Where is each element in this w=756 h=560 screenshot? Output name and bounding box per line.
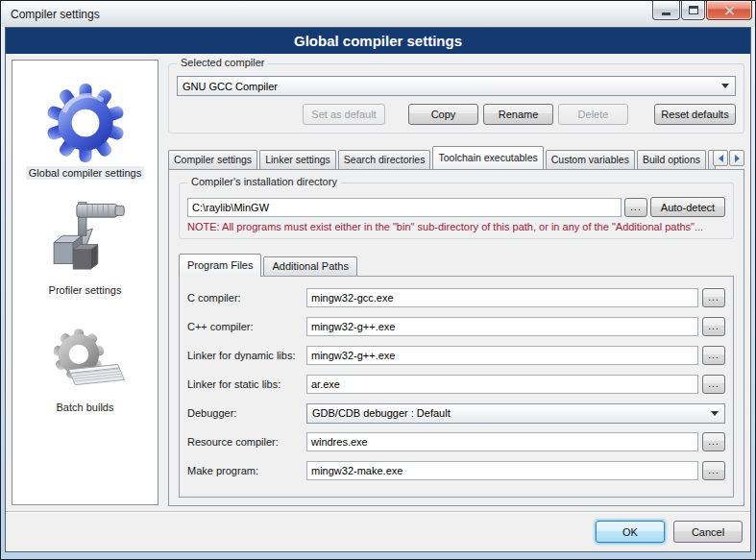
field-label: C++ compiler: [187, 321, 306, 332]
subtab-additional-paths[interactable]: Additional Paths [263, 256, 357, 276]
gray-gear-papers-icon [41, 326, 130, 397]
minimize-button[interactable] [652, 1, 680, 20]
rename-button[interactable]: Rename [483, 104, 553, 125]
field-label: Debugger: [187, 407, 306, 419]
dynamic-linker-browse-button[interactable]: ... [702, 346, 725, 365]
field-label: C compiler: [187, 292, 306, 304]
field-row-resource-compiler: Resource compiler: ... [187, 432, 725, 451]
tab-search-directories[interactable]: Search directories [338, 150, 431, 169]
field-row-static-linker: Linker for static libs: ... [187, 375, 725, 394]
chevron-down-icon [711, 411, 719, 416]
debugger-select[interactable]: GDB/CDB debugger : Default [306, 403, 725, 424]
set-as-default-button[interactable]: Set as default [303, 104, 385, 125]
maximize-button[interactable] [681, 1, 705, 20]
make-program-browse-button[interactable]: ... [702, 461, 725, 480]
selected-compiler-group-label: Selected compiler [177, 57, 268, 68]
program-files-panel: C compiler: ... C++ compiler: ... Linker… [179, 276, 734, 498]
field-label: Make program: [187, 465, 306, 476]
arrow-right-icon [735, 155, 740, 162]
main-panel: Selected compiler GNU GCC Compiler Set a… [168, 60, 744, 511]
make-program-input[interactable] [306, 461, 698, 480]
delete-button[interactable]: Delete [558, 104, 628, 125]
tab-linker-settings[interactable]: Linker settings [259, 150, 336, 169]
cpp-compiler-input[interactable] [306, 317, 698, 336]
blue-gear-icon [43, 84, 128, 162]
resource-compiler-browse-button[interactable]: ... [702, 432, 725, 451]
sidebar-item-global-compiler-settings[interactable]: Global compiler settings [12, 62, 158, 180]
field-label: Resource compiler: [187, 436, 306, 448]
caliper-icon [41, 199, 130, 280]
field-row-cpp-compiler: C++ compiler: ... [187, 317, 725, 336]
close-icon [724, 6, 735, 15]
field-label: Linker for dynamic libs: [187, 350, 306, 361]
sidebar-item-batch-builds[interactable]: Batch builds [12, 297, 158, 414]
titlebar[interactable]: Compiler settings [1, 1, 755, 27]
install-dir-input[interactable] [187, 198, 622, 217]
compiler-select[interactable]: GNU GCC Compiler [177, 76, 736, 96]
tab-toolchain-executables[interactable]: Toolchain executables [432, 146, 543, 169]
dialog-header-title: Global compiler settings [294, 33, 462, 49]
dialog-content: Global compiler settings [6, 54, 750, 511]
field-row-make-program: Make program: ... [187, 461, 725, 480]
install-dir-row: ... Auto-detect [187, 197, 725, 217]
compiler-buttons-row: Set as default Copy Rename Delete Reset … [177, 104, 736, 125]
settings-tabstrip: Compiler settings Linker settings Search… [168, 145, 744, 169]
sidebar-item-label: Batch builds [54, 401, 117, 414]
install-dir-note: NOTE: All programs must exist either in … [187, 221, 725, 232]
toolchain-executables-page: Compiler's installation directory ... Au… [168, 169, 744, 506]
static-linker-browse-button[interactable]: ... [702, 375, 725, 394]
cancel-button[interactable]: Cancel [673, 521, 743, 543]
tab-scroll-buttons [713, 150, 744, 166]
programs-subtabs: Program Files Additional Paths [179, 253, 734, 276]
window-title: Compiler settings [11, 8, 100, 21]
cpp-compiler-browse-button[interactable]: ... [702, 317, 725, 336]
field-row-c-compiler: C compiler: ... [187, 288, 725, 307]
resource-compiler-input[interactable] [306, 432, 698, 451]
install-dir-group-label: Compiler's installation directory [187, 176, 341, 187]
sidebar-item-label: Global compiler settings [26, 166, 144, 180]
field-label: Linker for static libs: [187, 378, 306, 390]
reset-defaults-button[interactable]: Reset defaults [654, 104, 736, 125]
debugger-select-value: GDB/CDB debugger : Default [312, 407, 451, 419]
autodetect-button[interactable]: Auto-detect [650, 197, 725, 217]
chevron-down-icon [721, 84, 729, 88]
ok-button[interactable]: OK [596, 521, 665, 543]
compiler-select-value: GNU GCC Compiler [183, 81, 278, 92]
sidebar-item-profiler-settings[interactable]: Profiler settings [12, 180, 158, 297]
dynamic-linker-input[interactable] [306, 346, 698, 365]
dialog-footer: OK Cancel [6, 511, 750, 551]
sidebar-item-label: Profiler settings [46, 283, 125, 297]
field-row-debugger: Debugger: GDB/CDB debugger : Default [187, 403, 725, 423]
dialog-frame: Global compiler settings [5, 27, 751, 552]
tab-scroll-left-button[interactable] [713, 150, 728, 166]
minimize-icon [662, 12, 671, 15]
sidebar: Global compiler settings [12, 60, 159, 505]
window-controls [651, 1, 752, 20]
dialog-header: Global compiler settings [6, 28, 750, 54]
c-compiler-input[interactable] [306, 288, 698, 307]
field-row-dynamic-linker: Linker for dynamic libs: ... [187, 346, 725, 365]
copy-button[interactable]: Copy [408, 104, 478, 125]
tab-build-options[interactable]: Build options [637, 150, 706, 169]
tab-custom-variables[interactable]: Custom variables [546, 150, 635, 169]
arrow-left-icon [719, 155, 723, 162]
tab-compiler-settings[interactable]: Compiler settings [168, 150, 257, 169]
static-linker-input[interactable] [306, 375, 698, 394]
tab-scroll-right-button[interactable] [729, 150, 744, 166]
selected-compiler-group: Selected compiler GNU GCC Compiler Set a… [168, 63, 744, 134]
install-dir-browse-button[interactable]: ... [624, 198, 647, 217]
close-button[interactable] [706, 1, 752, 20]
subtab-program-files[interactable]: Program Files [179, 254, 261, 277]
c-compiler-browse-button[interactable]: ... [702, 288, 725, 307]
install-dir-group: Compiler's installation directory ... Au… [179, 183, 734, 239]
compiler-settings-window: Compiler settings Global compiler settin… [0, 0, 756, 560]
maximize-icon [689, 6, 698, 14]
